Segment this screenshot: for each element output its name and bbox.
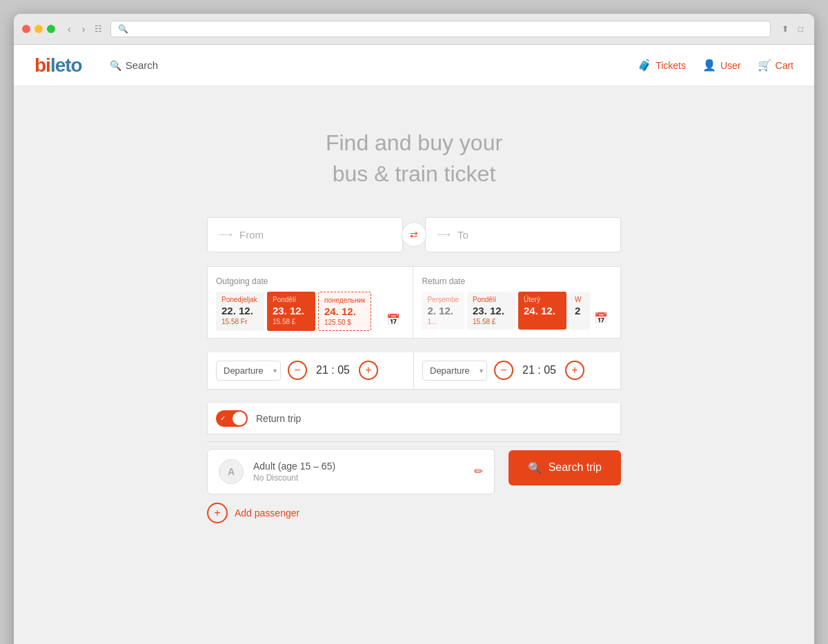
hero-section: Find and buy your bus & train ticket (14, 86, 814, 217)
forward-button[interactable]: › (78, 22, 90, 36)
return-minute: 05 (544, 364, 556, 376)
return-date-date-3: 2 (575, 305, 584, 316)
search-icon: 🔍 (118, 24, 128, 34)
return-date-date-2: 24. 12. (524, 305, 561, 316)
date-card-1[interactable]: Pondělí 23. 12. 15.58 £ (267, 292, 315, 331)
outgoing-time-display: 21 : 05 (314, 364, 352, 376)
search-label: Search (126, 59, 159, 71)
return-hour: 21 (522, 364, 535, 376)
return-date-cards: Perşembe 2. 12. 1... Pondělí 23. 12. 15.… (422, 292, 590, 330)
to-icon: ⟶ (437, 229, 451, 240)
cart-label: Cart (776, 60, 793, 71)
user-nav-item[interactable]: 👤 User (702, 59, 741, 72)
return-date-card-1[interactable]: Pondělí 23. 12. 15.58 £ (467, 292, 515, 330)
search-form: ⟶ From ⇄ ⟶ To Outgoing date (193, 217, 635, 523)
top-nav: bileto 🔍 Search 🧳 Tickets 👤 User (14, 45, 814, 86)
return-time-display: 21 : 05 (520, 364, 558, 376)
outgoing-date-cards: Ponedjeljak 22. 12. 15.58 Fr Pondělí 23.… (216, 292, 382, 331)
date-card-2[interactable]: понедельник 24. 12. 125.50 $ (318, 292, 371, 331)
outgoing-time-select-wrapper: Departure Arrival ▾ (216, 361, 281, 381)
outgoing-time-plus-button[interactable]: + (359, 361, 378, 380)
passenger-card: A Adult (age 15 – 65) No Discount ✏ (207, 449, 495, 494)
return-trip-row: ✓ Return trip (207, 403, 621, 434)
outgoing-minute: 05 (337, 364, 350, 376)
date-date-0: 22. 12. (221, 305, 259, 316)
return-date-date-1: 23. 12. (473, 305, 510, 316)
hero-line2: bus & train ticket (28, 159, 800, 190)
new-tab-button[interactable]: □ (796, 23, 806, 35)
outgoing-time-minus-button[interactable]: − (288, 361, 307, 380)
logo[interactable]: bileto (34, 54, 82, 77)
to-input[interactable]: ⟶ To (425, 217, 621, 252)
tickets-icon: 🧳 (638, 59, 651, 72)
from-icon: ⟶ (219, 229, 233, 240)
return-date-price-1: 15.58 £ (473, 318, 510, 325)
outgoing-calendar-button[interactable]: 📅 (382, 309, 404, 331)
passenger-edit-button[interactable]: ✏ (474, 465, 483, 478)
avatar-letter: A (228, 466, 235, 477)
outgoing-time-section: Departure Arrival ▾ − 21 : 05 + (208, 352, 414, 389)
from-placeholder: From (239, 229, 264, 241)
return-date-day-1: Pondělí (473, 296, 510, 303)
reader-button[interactable]: ☷ (92, 22, 105, 36)
return-time-minus-button[interactable]: − (494, 361, 513, 380)
time-colon: : (331, 364, 337, 376)
return-date-price-0: 1... (427, 318, 459, 325)
nav-right: 🧳 Tickets 👤 User 🛒 Cart (638, 59, 793, 72)
back-button[interactable]: ‹ (63, 22, 75, 36)
browser-actions: ⬆ □ (779, 23, 806, 35)
date-day-1: Pondělí (273, 296, 310, 303)
passenger-name: Adult (age 15 – 65) (253, 461, 464, 472)
outgoing-hour: 21 (316, 364, 328, 376)
date-date-1: 23. 12. (273, 305, 310, 316)
calendar-icon: 📅 (386, 313, 400, 326)
passenger-info: Adult (age 15 – 65) No Discount (253, 461, 464, 483)
minimize-dot[interactable] (34, 25, 43, 33)
return-date-day-2: Úterý (524, 296, 561, 303)
search-icon: 🔍 (110, 60, 121, 71)
return-date-card-0[interactable]: Perşembe 2. 12. 1... (422, 292, 464, 330)
return-time-type-select[interactable]: Departure Arrival (422, 361, 487, 381)
toggle-check-icon: ✓ (220, 414, 226, 422)
return-label: Return date (422, 276, 612, 286)
date-day-0: Ponedjeljak (221, 296, 259, 303)
time-row: Departure Arrival ▾ − 21 : 05 + (207, 352, 621, 390)
return-trip-toggle[interactable]: ✓ (216, 410, 248, 427)
return-date-card-3[interactable]: W 2 (569, 292, 590, 330)
address-bar[interactable]: 🔍 Search or enter website name (110, 21, 770, 37)
cart-nav-item[interactable]: 🛒 Cart (758, 59, 793, 72)
return-calendar-button[interactable]: 📅 (590, 308, 612, 330)
date-card-0[interactable]: Ponedjeljak 22. 12. 15.58 Fr (216, 292, 264, 331)
passenger-section: A Adult (age 15 – 65) No Discount ✏ + Ad… (207, 449, 495, 523)
date-price-1: 15.58 £ (273, 318, 310, 325)
toggle-thumb (233, 412, 246, 425)
return-trip-label: Return trip (256, 413, 301, 424)
return-date-section: Return date Perşembe 2. 12. 1... Pondělí (413, 267, 620, 338)
add-passenger-label: Add passenger (235, 507, 299, 519)
cart-icon: 🛒 (758, 59, 771, 72)
close-dot[interactable] (22, 25, 30, 33)
search-trip-icon: 🔍 (528, 461, 542, 474)
search-trip-button[interactable]: 🔍 Search trip (509, 450, 621, 485)
tickets-nav-item[interactable]: 🧳 Tickets (638, 59, 686, 72)
return-date-card-2[interactable]: Úterý 24. 12. (518, 292, 566, 330)
dates-row: Outgoing date Ponedjeljak 22. 12. 15.58 … (207, 266, 621, 339)
hero-title: Find and buy your bus & train ticket (28, 128, 800, 190)
logo-bi: bi (34, 54, 50, 76)
to-placeholder: To (457, 229, 469, 241)
search-trip-label: Search trip (549, 461, 602, 474)
maximize-dot[interactable] (47, 25, 55, 33)
share-button[interactable]: ⬆ (779, 23, 791, 35)
from-input[interactable]: ⟶ From (207, 217, 403, 252)
passenger-discount: No Discount (253, 473, 464, 483)
swap-button[interactable]: ⇄ (402, 222, 426, 247)
address-input[interactable]: Search or enter website name (132, 24, 762, 34)
tickets-label: Tickets (656, 60, 686, 71)
nav-search[interactable]: 🔍 Search (110, 59, 159, 71)
return-date-date-0: 2. 12. (427, 305, 459, 316)
outgoing-time-type-select[interactable]: Departure Arrival (216, 361, 281, 381)
outgoing-label: Outgoing date (216, 276, 404, 286)
add-passenger-button[interactable]: + Add passenger (207, 503, 495, 523)
return-time-plus-button[interactable]: + (565, 361, 584, 380)
browser-nav: ‹ › ☷ (63, 22, 105, 36)
